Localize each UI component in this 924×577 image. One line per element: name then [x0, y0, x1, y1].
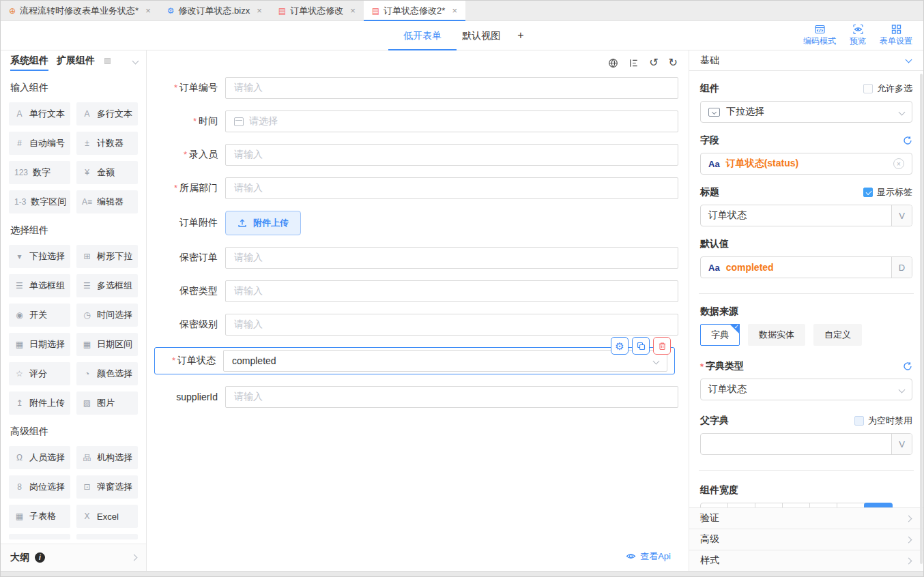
- component-item[interactable]: ☆评分: [9, 362, 70, 385]
- data-source-tab[interactable]: 自定义: [813, 324, 862, 346]
- add-view-button[interactable]: +: [517, 29, 523, 42]
- inspector-section-header[interactable]: 基础: [689, 50, 923, 71]
- component-item[interactable]: 123数字: [9, 161, 70, 184]
- component-item[interactable]: ±计数器: [76, 132, 138, 155]
- component-item[interactable]: ◔颜色选择: [76, 362, 138, 385]
- disable-when-empty-checkbox-row[interactable]: 为空时禁用: [854, 415, 912, 427]
- data-source-tab[interactable]: 字典: [700, 324, 740, 346]
- chevron-right-icon[interactable]: [131, 554, 138, 561]
- component-item-partial[interactable]: [76, 534, 138, 539]
- bound-field-box[interactable]: Aa 订单状态(status) ×: [700, 153, 912, 175]
- form-field-row[interactable]: 保密订单请输入: [157, 247, 678, 269]
- parent-dict-variable-button[interactable]: V: [891, 434, 912, 454]
- attachment-upload-button[interactable]: 附件上传: [225, 211, 301, 235]
- form-field-row[interactable]: *录入员请输入: [157, 144, 678, 166]
- parent-dict-input[interactable]: [701, 434, 891, 454]
- component-item[interactable]: ▦日期区间: [76, 333, 138, 356]
- checkbox-checked-icon[interactable]: [863, 188, 873, 197]
- close-icon[interactable]: ×: [452, 5, 457, 16]
- refresh-icon[interactable]: [903, 136, 912, 145]
- panel-scrollbar[interactable]: [920, 74, 923, 564]
- component-item[interactable]: ¥金额: [76, 161, 138, 184]
- width-option[interactable]: 1: [864, 503, 893, 507]
- field-text-input[interactable]: 请输入: [225, 280, 678, 302]
- component-item[interactable]: 8岗位选择: [9, 475, 70, 499]
- component-type-select[interactable]: 下拉选择: [700, 101, 912, 123]
- default-value-input[interactable]: Aa completed: [701, 257, 891, 278]
- field-list-icon[interactable]: [629, 58, 639, 68]
- form-field-row[interactable]: *订单编号请输入: [157, 77, 678, 99]
- dict-type-select[interactable]: 订单状态: [700, 379, 912, 400]
- sidebar-tab[interactable]: 系统组件: [10, 50, 48, 71]
- component-item-partial[interactable]: [9, 534, 70, 539]
- component-item[interactable]: ▾下拉选择: [9, 245, 70, 268]
- field-text-input[interactable]: 请输入: [225, 144, 678, 166]
- view-tab[interactable]: 默认视图: [462, 21, 500, 50]
- show-label-checkbox-row[interactable]: 显示标签: [863, 186, 912, 198]
- collapsed-section[interactable]: 验证: [689, 507, 923, 529]
- component-item[interactable]: 品机构选择: [76, 446, 138, 469]
- component-item[interactable]: A单行文本: [9, 102, 70, 125]
- close-icon[interactable]: ×: [145, 5, 151, 16]
- component-item[interactable]: ▦日期选择: [9, 333, 70, 356]
- component-item[interactable]: XExcel: [76, 505, 138, 528]
- component-item[interactable]: #自动编号: [9, 132, 70, 155]
- form-field-row[interactable]: 保密类型请输入: [157, 280, 678, 302]
- collapsed-section[interactable]: 样式: [689, 550, 923, 571]
- field-text-input[interactable]: 请输入: [225, 314, 678, 336]
- collapsed-section[interactable]: 高级: [689, 529, 923, 550]
- form-field-row[interactable]: supplierId请输入: [157, 386, 678, 408]
- data-source-tab[interactable]: 数据实体: [748, 324, 805, 346]
- header-action[interactable]: 表单设置: [880, 24, 912, 47]
- form-field-row[interactable]: 保密级别请输入: [157, 314, 678, 336]
- title-input[interactable]: 订单状态: [701, 205, 891, 226]
- close-icon[interactable]: ×: [350, 5, 356, 16]
- allow-multi-checkbox-row[interactable]: 允许多选: [863, 83, 912, 95]
- component-item[interactable]: ▦子表格: [9, 505, 70, 528]
- delete-button[interactable]: [653, 337, 671, 355]
- refresh-icon[interactable]: [903, 361, 912, 371]
- settings-button[interactable]: ⚙: [611, 337, 629, 355]
- component-item[interactable]: A≡编辑器: [76, 190, 138, 213]
- clear-field-icon[interactable]: ×: [893, 158, 904, 169]
- view-tab[interactable]: 低开表单: [403, 21, 442, 50]
- file-tab[interactable]: ▤订单状态修改×: [270, 1, 364, 20]
- default-value-mode-button[interactable]: D: [891, 257, 912, 278]
- outline-bar[interactable]: 大纲 i: [1, 544, 146, 571]
- component-item[interactable]: ▨图片: [76, 391, 138, 415]
- field-text-input[interactable]: 请输入: [225, 77, 678, 99]
- component-item[interactable]: ⊡弹窗选择: [76, 475, 138, 499]
- header-action[interactable]: 预览: [850, 24, 866, 47]
- sidebar-tab[interactable]: 扩展组件: [57, 50, 95, 71]
- undo-icon[interactable]: ↺: [649, 57, 658, 68]
- checkbox-icon[interactable]: [854, 416, 864, 426]
- form-field-row[interactable]: *所属部门请输入: [157, 177, 678, 199]
- file-tab[interactable]: ▤订单状态修改2*×: [364, 1, 465, 20]
- field-date-picker[interactable]: 请选择: [225, 110, 678, 132]
- form-field-row[interactable]: *时间请选择: [157, 110, 678, 132]
- field-text-input[interactable]: 请输入: [225, 247, 678, 269]
- component-item[interactable]: ⊞树形下拉: [76, 245, 138, 268]
- copy-button[interactable]: [632, 337, 650, 355]
- file-tab[interactable]: ⊕流程流转时修改表单业务状态*×: [1, 1, 159, 20]
- checkbox-icon[interactable]: [863, 84, 873, 93]
- chevron-down-icon[interactable]: [906, 56, 912, 63]
- component-item[interactable]: ☰多选框组: [76, 274, 138, 297]
- component-item[interactable]: ◷时间选择: [76, 304, 138, 327]
- file-tab[interactable]: ⚙修改订单状态.bizx×: [159, 1, 270, 20]
- component-item[interactable]: Ω人员选择: [9, 446, 70, 469]
- field-select[interactable]: completed: [223, 350, 667, 372]
- chevron-down-icon[interactable]: [132, 57, 139, 64]
- field-text-input[interactable]: 请输入: [225, 177, 678, 199]
- header-action[interactable]: 编码模式: [803, 24, 836, 47]
- component-item[interactable]: A多行文本: [76, 102, 138, 125]
- field-text-input[interactable]: 请输入: [225, 386, 678, 408]
- globe-icon[interactable]: [608, 58, 618, 68]
- component-item[interactable]: ↥附件上传: [9, 391, 70, 415]
- component-item[interactable]: 1-3数字区间: [9, 190, 70, 213]
- form-field-row[interactable]: 订单附件附件上传: [157, 211, 678, 235]
- view-api-link[interactable]: 查看Api: [626, 550, 671, 563]
- form-field-row[interactable]: *订单状态completed⚙: [154, 347, 675, 374]
- close-icon[interactable]: ×: [257, 5, 262, 16]
- component-item[interactable]: ◉开关: [9, 304, 70, 327]
